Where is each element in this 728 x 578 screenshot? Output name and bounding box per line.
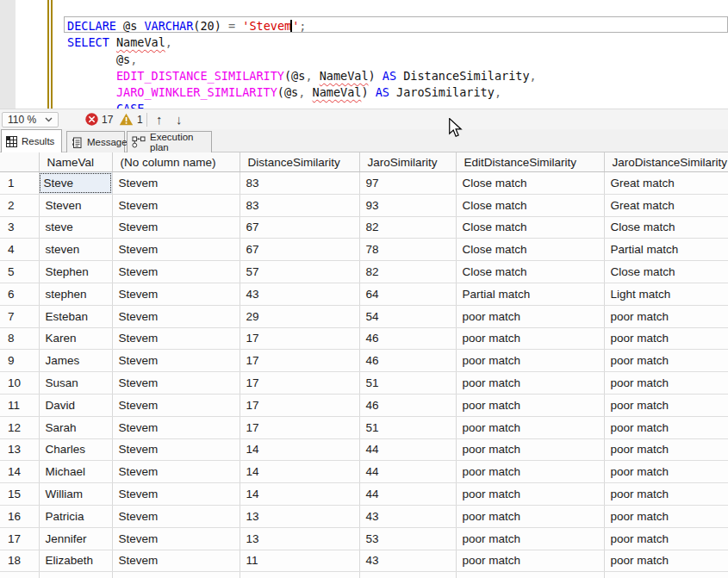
- grid-cell[interactable]: Karen: [39, 327, 112, 350]
- grid-cell[interactable]: 51: [359, 416, 456, 438]
- grid-cell[interactable]: 83: [240, 194, 359, 216]
- grid-cell[interactable]: Jennifer: [39, 527, 112, 550]
- grid-cell[interactable]: 54: [359, 305, 456, 327]
- grid-cell[interactable]: poor match: [456, 527, 604, 550]
- grid-cell[interactable]: 64: [359, 283, 456, 305]
- column-header[interactable]: JaroDistanceSimilarity: [604, 152, 728, 172]
- grid-cell[interactable]: 14: [240, 483, 359, 506]
- column-header[interactable]: JaroSimilarity: [359, 152, 456, 172]
- grid-cell[interactable]: poor match: [456, 416, 604, 438]
- grid-cell[interactable]: Close match: [456, 172, 604, 195]
- grid-cell[interactable]: 51: [359, 372, 456, 395]
- grid-cell[interactable]: poor match: [456, 572, 604, 578]
- grid-cell[interactable]: William: [39, 483, 112, 506]
- grid-cell[interactable]: 83: [240, 172, 359, 195]
- grid-cell[interactable]: 53: [359, 527, 456, 550]
- grid-cell[interactable]: poor match: [456, 483, 604, 506]
- row-number[interactable]: 5: [0, 261, 39, 283]
- grid-cell[interactable]: poor match: [456, 438, 604, 461]
- grid-cell[interactable]: Steven: [39, 194, 112, 216]
- grid-cell[interactable]: 44: [359, 438, 456, 461]
- grid-cell[interactable]: Esteban: [39, 305, 112, 327]
- grid-cell[interactable]: Close match: [456, 216, 604, 239]
- selected-cell[interactable]: Steve: [39, 172, 112, 195]
- grid-cell[interactable]: Michael: [39, 461, 112, 483]
- grid-cell[interactable]: Stevem: [112, 461, 240, 483]
- code-line[interactable]: SELECT NameVal,: [67, 34, 537, 51]
- grid-cell[interactable]: Linda: [39, 572, 112, 578]
- grid-cell[interactable]: 13: [240, 505, 359, 527]
- row-number[interactable]: 10: [0, 372, 39, 395]
- grid-cell[interactable]: 82: [359, 261, 456, 283]
- grid-cell[interactable]: 44: [359, 461, 456, 483]
- grid-cell[interactable]: steven: [39, 239, 112, 261]
- code-line[interactable]: CASE: [67, 101, 537, 109]
- column-header[interactable]: DistanceSimilarity: [240, 152, 359, 172]
- warning-icon[interactable]: [119, 113, 134, 126]
- warning-count[interactable]: 1: [137, 114, 143, 126]
- grid-cell[interactable]: 78: [359, 239, 456, 261]
- grid-cell[interactable]: 17: [240, 372, 359, 395]
- grid-cell[interactable]: 0: [240, 572, 359, 578]
- grid-cell[interactable]: Close match: [456, 239, 604, 261]
- grid-cell[interactable]: Stevem: [112, 572, 240, 578]
- sql-editor-pane[interactable]: DECLARE @s VARCHAR(20) = 'Stevem';SELECT…: [0, 0, 728, 109]
- grid-cell[interactable]: Charles: [39, 438, 112, 461]
- grid-cell[interactable]: poor match: [456, 505, 604, 527]
- grid-cell[interactable]: poor match: [456, 350, 604, 372]
- grid-cell[interactable]: Stephen: [39, 261, 112, 283]
- row-number[interactable]: 1: [0, 172, 39, 195]
- grid-cell[interactable]: Sarah: [39, 416, 112, 438]
- grid-cell[interactable]: poor match: [604, 505, 728, 527]
- grid-cell[interactable]: Partial match: [604, 239, 728, 261]
- error-icon[interactable]: [85, 113, 98, 126]
- grid-cell[interactable]: 17: [240, 394, 359, 416]
- code-line[interactable]: DECLARE @s VARCHAR(20) = 'Stevem';: [67, 18, 537, 34]
- code-line[interactable]: JARO_WINKLER_SIMILARITY(@s, NameVal) AS …: [67, 84, 537, 101]
- grid-cell[interactable]: poor match: [456, 461, 604, 483]
- grid-cell[interactable]: Stevem: [112, 372, 240, 395]
- grid-cell[interactable]: steve: [39, 216, 112, 239]
- grid-cell[interactable]: 17: [240, 327, 359, 350]
- row-number[interactable]: 14: [0, 461, 39, 483]
- grid-cell[interactable]: Stevem: [112, 305, 240, 327]
- grid-cell[interactable]: 82: [359, 216, 456, 239]
- grid-cell[interactable]: poor match: [604, 527, 728, 550]
- code-text[interactable]: DECLARE @s VARCHAR(20) = 'Stevem';SELECT…: [67, 18, 537, 109]
- grid-cell[interactable]: 46: [359, 394, 456, 416]
- grid-cell[interactable]: 17: [240, 350, 359, 372]
- tab-execution-plan[interactable]: Execution plan: [127, 131, 212, 152]
- row-number[interactable]: 15: [0, 483, 39, 506]
- grid-cell[interactable]: Close match: [604, 216, 728, 239]
- row-number[interactable]: 9: [0, 350, 39, 372]
- grid-cell[interactable]: poor match: [604, 327, 728, 350]
- grid-cell[interactable]: Stevem: [112, 194, 240, 216]
- tab-messages[interactable]: Messages: [66, 131, 125, 152]
- grid-cell[interactable]: poor match: [604, 461, 728, 483]
- next-issue-button[interactable]: ↓: [176, 111, 183, 128]
- previous-issue-button[interactable]: ↑: [156, 111, 163, 128]
- grid-cell[interactable]: Patricia: [39, 505, 112, 527]
- row-number[interactable]: 19: [0, 572, 39, 578]
- row-number[interactable]: 13: [0, 438, 39, 461]
- grid-cell[interactable]: Susan: [39, 372, 112, 395]
- grid-cell[interactable]: Stevem: [112, 550, 240, 572]
- grid-cell[interactable]: Stevem: [112, 327, 240, 350]
- grid-cell[interactable]: poor match: [456, 550, 604, 572]
- grid-cell[interactable]: 17: [240, 416, 359, 438]
- error-count[interactable]: 17: [102, 114, 113, 126]
- grid-cell[interactable]: Stevem: [112, 394, 240, 416]
- grid-cell[interactable]: 67: [240, 239, 359, 261]
- grid-cell[interactable]: David: [39, 394, 112, 416]
- row-number[interactable]: 4: [0, 239, 39, 261]
- grid-cell[interactable]: 46: [359, 327, 456, 350]
- grid-cell[interactable]: 11: [240, 550, 359, 572]
- grid-cell[interactable]: Stevem: [112, 416, 240, 438]
- grid-cell[interactable]: poor match: [456, 305, 604, 327]
- grid-cell[interactable]: poor match: [604, 350, 728, 372]
- code-line[interactable]: @s,: [67, 52, 537, 68]
- grid-cell[interactable]: Stevem: [112, 283, 240, 305]
- grid-cell[interactable]: 97: [359, 172, 456, 195]
- grid-cell[interactable]: 93: [359, 194, 456, 216]
- grid-cell[interactable]: Stevem: [112, 527, 240, 550]
